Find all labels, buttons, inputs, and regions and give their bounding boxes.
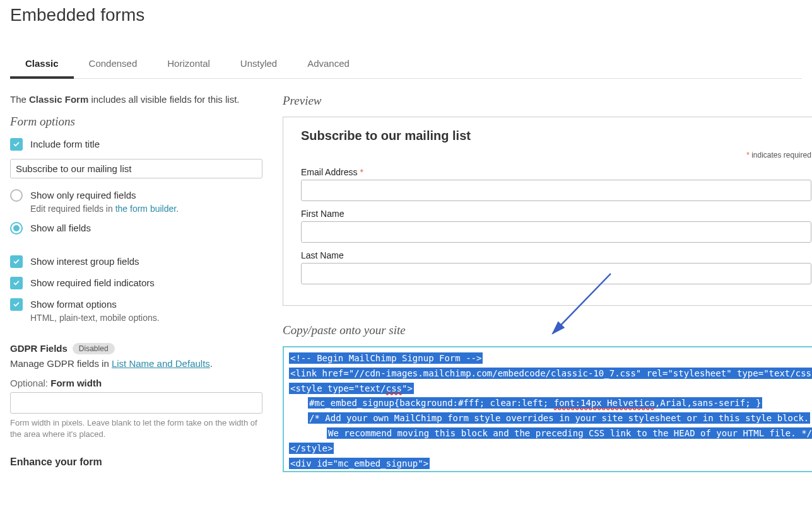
check-icon (13, 301, 20, 308)
show-required-sub: Edit required fields in the form builder… (30, 204, 179, 214)
tab-advanced[interactable]: Advanced (292, 52, 365, 79)
tab-horizontal[interactable]: Horizontal (152, 52, 225, 79)
form-width-label: Optional: Form width (10, 378, 262, 388)
format-options-label: Show format options (30, 298, 160, 311)
copy-heading: Copy/paste onto your site (283, 323, 812, 337)
gdpr-heading: GDPR Fields (10, 343, 68, 354)
show-required-label: Show only required fields (30, 189, 179, 202)
show-all-radio[interactable] (10, 222, 23, 235)
tab-unstyled[interactable]: Unstyled (225, 52, 292, 79)
form-width-help: Form width in pixels. Leave blank to let… (10, 417, 262, 440)
last-name-input[interactable] (301, 263, 811, 284)
include-title-label: Include form title (30, 137, 100, 151)
form-width-input[interactable] (10, 392, 262, 414)
tab-condensed[interactable]: Condensed (74, 52, 153, 79)
check-icon (13, 141, 20, 148)
required-note: * indicates required (301, 151, 811, 160)
form-title-input[interactable] (10, 159, 262, 178)
check-icon (13, 258, 20, 265)
interest-group-checkbox[interactable] (10, 255, 23, 268)
tabs: Classic Condensed Horizontal Unstyled Ad… (10, 52, 802, 79)
last-name-label: Last Name (301, 250, 811, 260)
show-all-label: Show all fields (30, 221, 91, 235)
required-indicators-label: Show required field indicators (30, 276, 155, 290)
preview-form-title: Subscribe to our mailing list (301, 129, 811, 143)
include-title-checkbox[interactable] (10, 138, 23, 151)
form-options-heading: Form options (10, 115, 262, 129)
format-options-checkbox[interactable] (10, 298, 23, 311)
intro-text: The Classic Form includes all visible fi… (10, 94, 262, 105)
email-input[interactable] (301, 180, 811, 201)
email-label: Email Address * (301, 167, 811, 177)
preview-heading: Preview (283, 94, 812, 108)
gdpr-text: Manage GDPR fields in List Name and Defa… (10, 358, 262, 369)
page-title: Embedded forms (10, 0, 802, 40)
required-indicators-checkbox[interactable] (10, 277, 23, 289)
preview-box: Subscribe to our mailing list * indicate… (283, 117, 812, 306)
enhance-heading: Enhance your form (10, 456, 262, 468)
first-name-label: First Name (301, 209, 811, 219)
embed-code-box[interactable]: <!-- Begin MailChimp Signup Form --> <li… (283, 346, 812, 472)
first-name-input[interactable] (301, 221, 811, 243)
tab-classic[interactable]: Classic (10, 52, 74, 79)
check-icon (13, 279, 20, 287)
format-options-sub: HTML, plain-text, mobile options. (30, 313, 160, 323)
show-required-radio[interactable] (10, 189, 23, 202)
interest-group-label: Show interest group fields (30, 255, 139, 269)
gdpr-disabled-badge: Disabled (73, 343, 115, 354)
gdpr-link[interactable]: List Name and Defaults (112, 358, 210, 369)
form-builder-link[interactable]: the form builder (115, 204, 177, 214)
